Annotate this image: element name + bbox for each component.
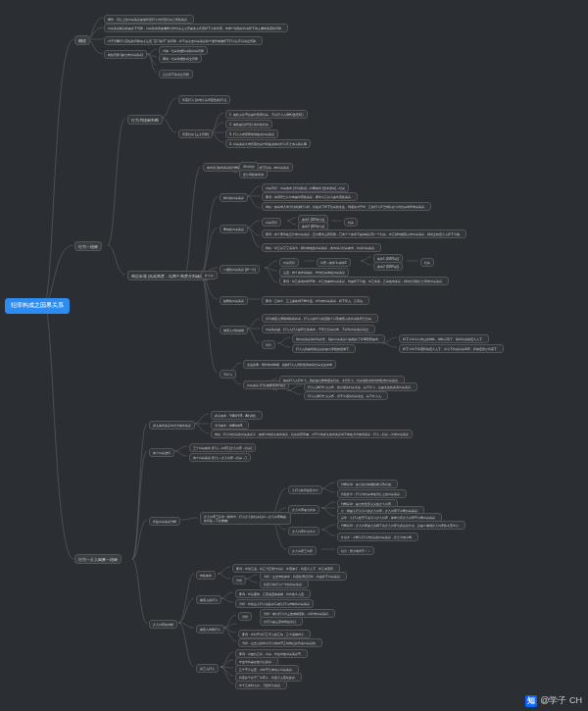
g3[interactable]: 二重的因果关系 (择一论) [220,265,260,274]
g5-1a[interactable]: 假没被害人身段特殊的构成，行为人的行为的直接个导致被害人的构成的死亡结果。 [262,314,378,323]
l1-intervening[interactable]: 行为→介入因素→结果 [74,554,122,564]
g2-1a[interactable]: 因果历程 [262,218,281,227]
c-iv2b[interactable]: 分析：甲的追杀行为会验夺后做法行为自制构因果关系 [235,599,314,608]
l1-overview[interactable]: 概述 [74,35,90,45]
ov-essence[interactable]: 因果关系解决的是定罪问题，因果的实质是看能否将结果主要算是某人危害犯罪中的危害，… [104,24,288,32]
c-iv1b2[interactable]: 构意杀的行为广大的构果关系。 [260,580,309,588]
c-iv4e[interactable]: 甲半乙命绝人因，乃意甲没关系。 [235,681,287,689]
watermark-text: @学子 CH [540,694,582,707]
g3-1e[interactable]: 结果 [420,258,434,267]
ov-concept[interactable]: 概念：刑法上的因果关系是指危害行为与危害结果之间的关系。 [104,15,194,24]
c-iv[interactable]: 介入因素的种类 [149,620,177,629]
c-jud[interactable]: 危险因果关系判断 [149,517,180,526]
c-hd1-2[interactable]: 充分条件：有A则有B。 [211,421,249,430]
c-hd1[interactable]: 必要条件关系与充分条件关系 [149,421,195,430]
g5-1b[interactable]: 因果关系是。行为人行为是死亡的条件，于死亡结果以有，不影响因果关系成立。 [262,325,375,333]
c-hd2-2[interactable]: 两个因果关系 (行为→介入因素→结果→) [189,453,251,462]
zhihu-watermark: 知 @学子 CH [525,694,582,707]
g2-3[interactable]: 特点：甲乙以完完成调节，相因存在的因果关系，共同成为结果条件，构成因果关系。 [262,243,381,252]
g3-1d[interactable]: 条件2 (100%起) [373,262,403,271]
c-iv2a[interactable]: 案例：甲追逐情，乙害逃至佘路被，构也告杀人意。 [235,589,311,598]
act-judge[interactable]: 行为与结果判断 [127,115,163,125]
nk3a[interactable]: 行为人履行作义义务，的以避免结果发生，其不作为，这是发生的关索因果关系。 [304,382,417,391]
g3-1a[interactable]: 因果历程 [279,258,299,267]
c-iv1[interactable]: 自然条件 [196,571,216,580]
g3-2[interactable]: 注意：两个条件单独定，均与结果存在因果关系 [279,268,349,277]
c-jud3[interactable]: 介入因素作用大小 [288,527,319,535]
c-iv3[interactable]: 被害人自残行为 [196,625,224,634]
ov-neg[interactable]: 过失犯罪的成立问题 [159,70,193,78]
c-hd1-1[interactable]: 必要条件：无A则无B，A即必然。 [211,411,263,420]
ov-meteor[interactable]: 对于刑事行为责任的问题需要注意 "唐门陨石" 的问题，即不需要查因果关系的半遂危… [104,36,263,45]
c-hd2-1[interactable]: 三个因果条件 (行为→因素) (介入因素→结果) [189,443,256,452]
root-node[interactable]: 犯罪构成之因果关系 [5,298,70,314]
g5-1c3[interactable]: 犯罪中甲本向未且使特殊，特殊导致了。明甲构成故意杀人罪。 [399,334,489,343]
c-jud1a[interactable]: 判断标准：是否达到加重的能导致范围。 [337,480,398,488]
g4-1[interactable]: 案例：乙取水、乙上路的都不带水壶，甲玩有因果关系，犯罪死人、乙请走。 [262,296,369,305]
ov-premise[interactable]: 前提问题 (是否有因果关系) [104,50,147,59]
cond-sub2a[interactable]: 合法则的条件说 [239,170,268,178]
g2[interactable]: 叠加的因果关系 [220,225,248,233]
c-iv2[interactable]: 被害人的行为 [196,595,221,604]
s4[interactable]: 4. 因果关系及有危害结果到现造成再内行为应之实克的认事 [225,139,311,148]
g3-1b[interactable]: 因素→条件1+条件2 [317,258,351,267]
c-jud1b[interactable]: 危险性大：行为与结果存在刑法上的因果关系。 [337,489,407,498]
g1-1[interactable]: 因果历程：因果条件 (分别适用)→因事条件 (合并适用)→结果 [262,183,349,192]
zhihu-logo-icon: 知 [525,695,537,707]
c-iv4[interactable]: 第三人行为 [196,664,219,673]
c-jud2[interactable]: 介入因素是否具体 [288,505,319,514]
c-iv3a-l[interactable]: 分析 [238,612,252,621]
c-iv3d[interactable]: 分析：这里人的自杀行为情由等乙知情过定危关因果系的。 [238,638,322,647]
harm-result[interactable]: 危害结果 (主要问题) [178,129,213,138]
action-in[interactable]: 作为中 [201,271,218,279]
mindmap-canvas: 犯罪构成之因果关系 概述 行为→结果 行为→介入因素→结果 概念：刑法上的因果关… [0,0,588,711]
c-hd2[interactable]: 两个因果进程 [149,448,174,457]
harm-act[interactable]: 危害行为 (具有法益侵害性的行为) [178,95,230,104]
g1[interactable]: 相因的因果关系 [220,193,248,202]
s2[interactable]: 2. 最狭是强护刑法规范的结果 [225,120,272,128]
g3-3[interactable]: 案例：甲乙共谋同时开枪，甲乙合雷有因果关系，均是犯罪没建。甲乙共谋，乙单改有关系… [279,277,449,285]
c-iv3c[interactable]: 案例：甲结等对打乙无人的乙每，乙半跳被自杀。 [238,630,311,638]
g1-2[interactable]: 案例：剧深死亡原因有是甲药的关系，案件中乙以为是甲害的关系。 [262,192,358,201]
s3[interactable]: 3. 行为人有客观规则造成因果关系 [225,129,278,138]
c-iv1b-l[interactable]: 分析 [232,576,246,584]
g2-1d[interactable]: 结果 [344,218,358,227]
nk3b[interactable]: 行为人履行作义义务，仍无没避免结果发生，其不作为人。 [304,391,388,400]
l1-act-result[interactable]: 行为→结果 [74,241,102,251]
g5-1c2[interactable]: 行为人的是场状态决定是否承担故意或罪。 [292,344,356,353]
cond-std[interactable]: 构造标准 (无此角度，以两个角度分别确认) [127,271,210,280]
c-jud1[interactable]: 先行为的危险性大小 [288,485,322,494]
s1[interactable]: 1. 最狭义处理定是外客观结果，不以行为人预料 (查客观) [225,110,308,119]
g5-1c1[interactable]: 有因果关系并影响定性。确定因果关系只是确定了此审客观是件。 [292,334,385,343]
g1-3[interactable]: 特点：如果有几件分别实施行为时，就造成了犯罪结果的发生，则避免对于甲、乙的行为应… [262,202,431,211]
ov-review[interactable]: 审核：结果加重的成立问题 [159,54,202,63]
c-jud4a[interactable]: 结论：把介前归于！！ [337,546,374,555]
nk1[interactable]: 发生的病：预设两种情境、疑解行为人侵犯合则知该结果发生而非 [243,360,336,369]
g5[interactable]: 被害人对的修段 [220,326,248,334]
g2-2[interactable]: 案例：两个案件在但没有因果关系，正因案件主观问题，它两个个条件不是单独导致一个结… [262,229,466,238]
c-jud-sub[interactable]: 介入因素三标准（前情节：行为介入的结果强因→介入因素制造的危险→1.比较量） [200,512,291,525]
g5-1c[interactable]: 讨论 [262,340,275,349]
g5-1c4[interactable]: 犯罪中甲不和遭犯故意杀人罪，因为不构成以果和死，犯故意致层构害罪。 [399,344,504,353]
g4[interactable]: 阻断的因果关系 [220,296,248,305]
c-jud3b[interactable]: 作用大：中断先行为与结果的因果关系，反之没有中断。 [337,533,418,541]
c-jud3a[interactable]: 判断标准：介入因素是否发挥了该介入因素支必决定作用，还是二者都介入因素的本页大小… [337,521,466,530]
nk[interactable]: 不作为 [220,370,236,379]
c-hd1-3[interactable]: 特点：行为与结果的因果关系中，如存没有必要条件关系，结果就算归属。对于没有必要条… [211,430,413,438]
c-iv3b[interactable]: 介行为是主害知情生第过。 [260,617,303,626]
c-jud4[interactable]: 介入因素三因素 [288,546,317,555]
